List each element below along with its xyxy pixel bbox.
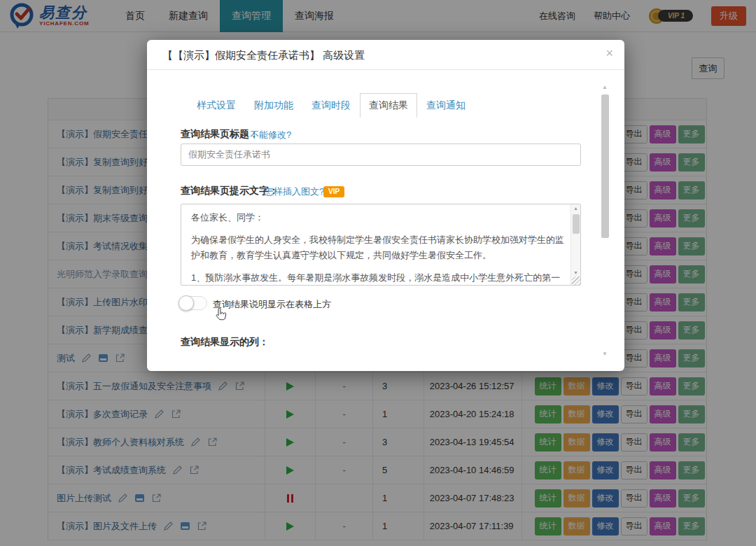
insert-richtext-link[interactable]: 怎样插入图文?: [265, 186, 324, 198]
modal-scrollbar[interactable]: ▲ ▼: [601, 84, 610, 357]
modal-title: 【【演示】假期安全责任承诺书】 高级设置: [162, 49, 365, 62]
cannot-modify-link[interactable]: 不能修改?: [250, 129, 291, 141]
result-columns-label: 查询结果显示的列：: [181, 336, 269, 349]
textarea-resize-grip[interactable]: [572, 276, 580, 285]
textarea-scrollbar[interactable]: ▲ ▼: [570, 204, 580, 285]
scroll-down-icon[interactable]: ▼: [573, 270, 578, 275]
result-tips-label: 查询结果页提示文字：: [181, 185, 279, 197]
result-title-label: 查询结果页标题：: [181, 128, 259, 141]
close-icon[interactable]: ×: [606, 47, 613, 59]
modal-tab-2[interactable]: 查询时段: [302, 93, 360, 118]
result-tips-textarea[interactable]: 各位家长、同学：为确保暑假学生的人身安全，我校特制定学生暑假安全责任书请家长协助…: [181, 204, 581, 286]
scroll-up-icon[interactable]: ▲: [573, 206, 578, 211]
toggle-label: 查询结果说明显示在表格上方: [213, 298, 331, 311]
hand-cursor-icon: [216, 307, 227, 322]
result-title-input[interactable]: [181, 144, 581, 166]
modal-tab-0[interactable]: 样式设置: [188, 93, 245, 118]
app: 易查分 YICHAFEN.COM 首页新建查询查询管理查询海报 在线咨询 帮助中…: [0, 0, 756, 546]
modal-tab-3[interactable]: 查询结果: [360, 93, 417, 118]
modal-tabs: 样式设置附加功能查询时段查询结果查询通知: [188, 93, 475, 118]
show-note-above-table-toggle[interactable]: [179, 296, 207, 310]
modal-header: 【【演示】假期安全责任承诺书】 高级设置 ×: [147, 40, 624, 70]
textarea-scroll-thumb[interactable]: [573, 214, 580, 234]
textarea-content: 各位家长、同学：为确保暑假学生的人身安全，我校特制定学生暑假安全责任书请家长协助…: [181, 204, 570, 285]
modal-tab-4[interactable]: 查询通知: [417, 93, 475, 118]
vip-feature-badge: VIP: [323, 186, 344, 197]
advanced-settings-modal: 【【演示】假期安全责任承诺书】 高级设置 × 样式设置附加功能查询时段查询结果查…: [147, 40, 624, 371]
modal-scroll-down-icon[interactable]: ▼: [602, 351, 608, 357]
modal-scroll-up-icon[interactable]: ▲: [602, 84, 608, 90]
toggle-knob[interactable]: [178, 295, 194, 311]
modal-scroll-thumb[interactable]: [601, 94, 609, 238]
modal-tab-1[interactable]: 附加功能: [245, 93, 302, 118]
